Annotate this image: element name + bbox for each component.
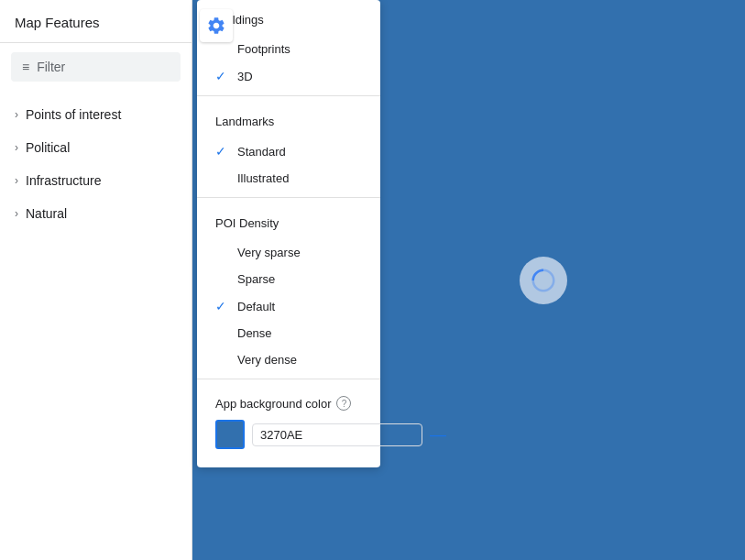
buildings-label: Buildings <box>215 13 362 27</box>
very-sparse-label: Very sparse <box>237 246 301 259</box>
sidebar: Map Features ≡ Filter › Points of intere… <box>0 0 192 560</box>
settings-gear-button[interactable] <box>200 9 233 42</box>
filter-icon: ≡ <box>22 60 29 74</box>
very-sparse-item[interactable]: Very sparse <box>197 239 380 266</box>
chevron-icon: › <box>15 141 18 154</box>
landmarks-label: Landmarks <box>215 115 362 128</box>
help-icon[interactable]: ? <box>336 396 351 411</box>
check-icon: ✓ <box>215 144 232 159</box>
standard-item[interactable]: ✓ Standard <box>197 137 380 165</box>
default-item[interactable]: ✓ Default <box>197 292 380 320</box>
color-input-box <box>252 423 422 446</box>
3d-item[interactable]: ✓ 3D <box>197 62 380 90</box>
sidebar-item-label: Points of interest <box>26 107 121 122</box>
dense-label: Dense <box>237 326 272 340</box>
gear-icon <box>206 16 226 36</box>
sparse-label: Sparse <box>237 272 275 286</box>
filter-bar[interactable]: ≡ Filter <box>11 52 181 82</box>
bg-color-label: App background color <box>215 397 331 411</box>
settings-dropdown: Buildings Footprints ✓ 3D Landmarks ✓ St… <box>197 0 380 467</box>
map-loading-indicator <box>520 257 567 304</box>
check-icon: ✓ <box>215 69 232 83</box>
sidebar-nav: › Points of interest › Political › Infra… <box>0 91 192 560</box>
sidebar-item-label: Natural <box>26 206 67 221</box>
very-dense-label: Very dense <box>237 353 297 367</box>
illustrated-item[interactable]: Illustrated <box>197 165 380 192</box>
very-dense-item[interactable]: Very dense <box>197 346 380 373</box>
illustrated-label: Illustrated <box>237 171 289 185</box>
color-clear-button[interactable]: — <box>430 426 446 443</box>
filter-label: Filter <box>37 60 65 74</box>
poi-density-label: POI Density <box>215 216 362 230</box>
check-icon: ✓ <box>215 299 232 313</box>
sidebar-item-infrastructure[interactable]: › Infrastructure <box>0 164 192 197</box>
sidebar-item-poi[interactable]: › Points of interest <box>0 98 192 131</box>
color-text-input[interactable] <box>260 428 414 442</box>
sidebar-header: Map Features <box>0 0 192 43</box>
sidebar-item-natural[interactable]: › Natural <box>0 197 192 230</box>
chevron-icon: › <box>15 207 18 220</box>
divider-2 <box>197 197 380 198</box>
color-swatch[interactable] <box>215 420 245 449</box>
color-input-row: — <box>215 420 362 449</box>
standard-label: Standard <box>237 145 286 159</box>
chevron-icon: › <box>15 108 18 121</box>
divider-1 <box>197 95 380 96</box>
bg-color-section: App background color ? — <box>197 385 380 453</box>
divider-3 <box>197 379 380 379</box>
3d-label: 3D <box>237 70 253 83</box>
sparse-item[interactable]: Sparse <box>197 266 380 292</box>
default-label: Default <box>237 300 275 313</box>
chevron-icon: › <box>15 174 18 187</box>
sidebar-item-label: Political <box>26 140 70 155</box>
sidebar-title: Map Features <box>15 15 100 30</box>
landmarks-section: Landmarks <box>197 102 380 137</box>
poi-density-section: POI Density <box>197 203 380 239</box>
sidebar-item-label: Infrastructure <box>26 173 101 188</box>
footprints-label: Footprints <box>237 42 290 56</box>
bg-color-label-row: App background color ? <box>215 396 362 411</box>
dense-item[interactable]: Dense <box>197 320 380 346</box>
sidebar-item-political[interactable]: › Political <box>0 131 192 164</box>
